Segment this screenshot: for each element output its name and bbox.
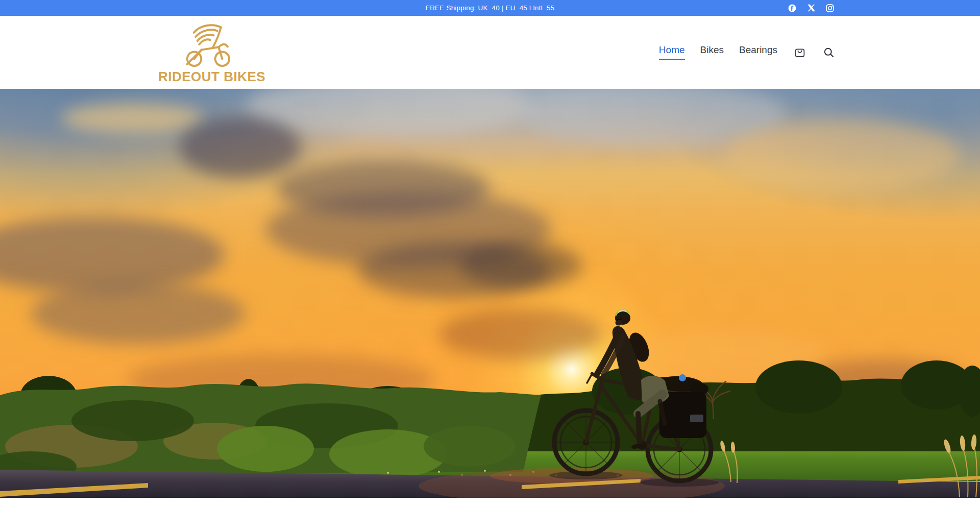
- brand-name: RIDEOUT BIKES: [158, 69, 258, 85]
- cart-icon: [794, 46, 806, 59]
- x-icon: [807, 4, 815, 12]
- announcement-bar: FREE Shipping: UK 40 | EU 45 l Intl 55: [0, 0, 980, 16]
- nav-link-bikes[interactable]: Bikes: [700, 44, 724, 60]
- nav-link-home[interactable]: Home: [659, 44, 685, 60]
- search-button[interactable]: [822, 47, 836, 58]
- facebook-link[interactable]: [788, 4, 796, 12]
- foreground-bushes: [0, 383, 541, 482]
- facebook-icon: [788, 4, 796, 12]
- social-links: [788, 0, 834, 16]
- hero-scene: [0, 89, 980, 498]
- hero-image: [0, 89, 980, 498]
- nav-link-bearings[interactable]: Bearings: [739, 44, 777, 60]
- x-twitter-link[interactable]: [807, 4, 815, 12]
- brand-logo[interactable]: RIDEOUT BIKES: [158, 21, 258, 85]
- winged-bicycle-logo-icon: [178, 21, 239, 68]
- instagram-link[interactable]: [826, 4, 834, 12]
- main-nav: Home Bikes Bearings: [659, 16, 836, 89]
- site-header: RIDEOUT BIKES Home Bikes Bearings: [0, 16, 980, 89]
- cart-button[interactable]: [793, 46, 807, 59]
- search-icon: [823, 47, 835, 58]
- instagram-icon: [826, 4, 834, 12]
